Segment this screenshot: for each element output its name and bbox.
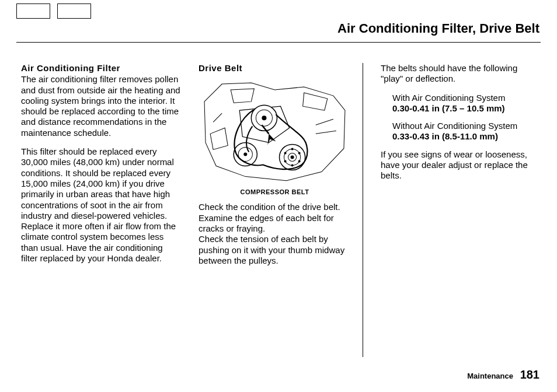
title-rule [16,42,541,43]
nav-boxes [16,4,91,19]
svg-point-6 [243,153,247,156]
drive-belt-check-tension: Check the tension of each belt by pushin… [199,234,351,266]
belt-play-intro: The belts should have the following "pla… [381,63,541,85]
svg-point-11 [291,148,294,150]
svg-point-13 [298,160,301,163]
content-columns: Air Conditioning Filter The air conditio… [21,63,541,357]
column-2: Drive Belt [199,63,363,357]
drive-belt-heading: Drive Belt [199,63,351,74]
svg-point-15 [284,160,287,163]
svg-point-14 [291,164,294,167]
ac-filter-heading: Air Conditioning Filter [21,63,181,74]
svg-point-16 [284,152,287,155]
nav-box-next[interactable] [57,4,91,19]
svg-point-10 [291,156,294,159]
with-ac-label: With Air Conditioning System [392,93,541,103]
footer-section: Maintenance [467,372,513,380]
without-ac-label: Without Air Conditioning System [392,121,541,131]
compressor-belt-svg [199,78,351,184]
belt-wear-note: If you see signs of wear or looseness, h… [381,149,541,181]
page-title: Air Conditioning Filter, Drive Belt [337,21,539,36]
page-footer: Maintenance 181 [467,368,539,382]
svg-point-3 [262,116,266,121]
column-1: Air Conditioning Filter The air conditio… [21,63,181,357]
without-ac-block: Without Air Conditioning System 0.33-0.4… [392,121,541,142]
ac-filter-intro: The air conditioning filter removes poll… [21,74,181,138]
without-ac-value: 0.33-0.43 in (8.5-11.0 mm) [392,131,541,142]
column-3: The belts should have the following "pla… [381,63,541,357]
with-ac-block: With Air Conditioning System 0.30-0.41 i… [392,93,541,114]
with-ac-value: 0.30-0.41 in (7.5 – 10.5 mm) [392,103,541,114]
ac-filter-schedule: This filter should be replaced every 30,… [21,146,181,264]
svg-point-12 [298,152,301,155]
diagram-caption: COMPRESSOR BELT [199,188,351,196]
nav-box-prev[interactable] [16,4,50,19]
footer-page-number: 181 [520,368,539,381]
drive-belt-check-condition: Check the condition of the drive belt. E… [199,202,351,234]
compressor-belt-diagram [199,78,351,184]
